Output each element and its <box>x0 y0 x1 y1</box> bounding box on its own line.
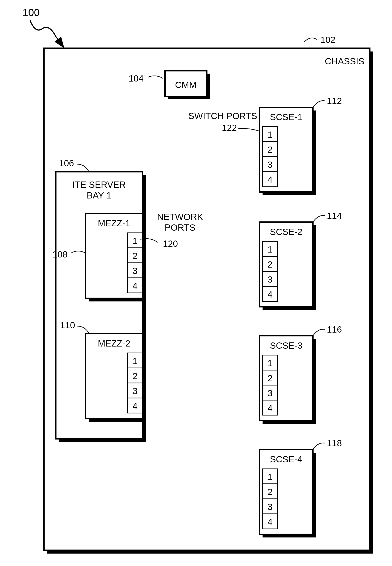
cmm-label: CMM <box>175 80 196 90</box>
mezz1-port-3: 3 <box>132 266 137 276</box>
ite-label-l1: ITE SERVER <box>72 179 126 190</box>
mezz1-label: MEZZ-1 <box>98 218 130 228</box>
ref-114: 114 <box>327 211 342 221</box>
scse2-port-4: 4 <box>267 289 272 299</box>
ite-label-l2: BAY 1 <box>87 190 111 200</box>
mezz1-port-4: 4 <box>132 281 137 291</box>
scse2-port-3: 3 <box>267 274 272 284</box>
scse4-label: SCSE-4 <box>270 454 302 464</box>
mezz2-label: MEZZ-2 <box>98 338 130 348</box>
chassis-label: CHASSIS <box>325 56 364 66</box>
ref-102: 102 <box>321 35 336 45</box>
ref-108: 108 <box>53 249 68 259</box>
scse3-port-2: 2 <box>267 373 272 383</box>
scse1-ports: 1 2 3 4 <box>263 127 278 187</box>
network-ports-l2: PORTS <box>165 223 196 233</box>
ref-116: 116 <box>327 324 342 334</box>
leader-102 <box>304 38 317 42</box>
scse3-ports: 1 2 3 4 <box>263 355 278 415</box>
network-ports-l1: NETWORK <box>157 212 203 222</box>
diagram-canvas: 100 CHASSIS 102 CMM 104 106 ITE SERVER B… <box>0 0 392 566</box>
scse1-port-4: 4 <box>267 175 272 185</box>
scse4-port-1: 1 <box>267 472 272 482</box>
scse1-port-3: 3 <box>267 160 272 170</box>
scse4-port-3: 3 <box>267 502 272 512</box>
ref-122: 122 <box>222 123 237 133</box>
scse1-port-2: 2 <box>267 145 272 155</box>
mezz2-port-3: 3 <box>132 386 137 396</box>
scse4-ports: 1 2 3 4 <box>263 469 278 529</box>
ref-104: 104 <box>129 73 144 83</box>
scse1-port-1: 1 <box>267 130 272 140</box>
mezz2-port-2: 2 <box>132 371 137 381</box>
scse3-port-1: 1 <box>267 358 272 368</box>
scse1-label: SCSE-1 <box>270 112 302 122</box>
switch-ports-label: SWITCH PORTS <box>188 111 257 121</box>
mezz1-ports: 1 2 3 4 <box>127 233 142 293</box>
arrow-100-head <box>55 36 64 48</box>
ref-106: 106 <box>59 158 74 168</box>
scse4-port-4: 4 <box>267 517 272 527</box>
mezz2-ports: 1 2 3 4 <box>127 353 142 413</box>
scse3-port-4: 4 <box>267 403 272 413</box>
scse4-port-2: 2 <box>267 487 272 497</box>
ref-100: 100 <box>23 7 40 18</box>
mezz2-port-4: 4 <box>132 401 137 411</box>
scse2-port-2: 2 <box>267 259 272 269</box>
ref-110: 110 <box>60 320 75 330</box>
scse2-port-1: 1 <box>267 244 272 254</box>
scse2-label: SCSE-2 <box>270 227 302 237</box>
mezz2-port-1: 1 <box>132 356 137 366</box>
scse2-ports: 1 2 3 4 <box>263 241 278 301</box>
scse3-label: SCSE-3 <box>270 341 302 351</box>
ref-118: 118 <box>327 438 342 448</box>
ref-120: 120 <box>163 238 178 249</box>
mezz1-port-1: 1 <box>132 236 137 246</box>
mezz1-port-2: 2 <box>132 251 137 261</box>
ref-112: 112 <box>327 96 342 106</box>
scse3-port-3: 3 <box>267 388 272 398</box>
